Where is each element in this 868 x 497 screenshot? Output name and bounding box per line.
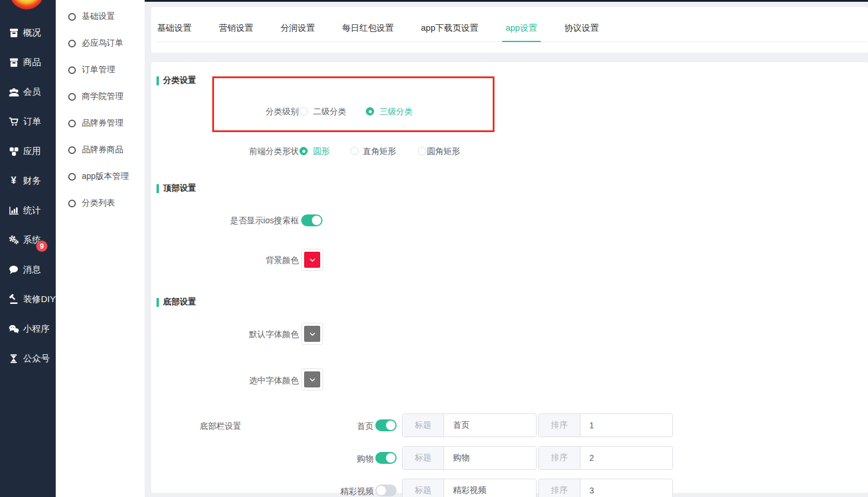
bottom-bar-row-toggle-video[interactable] bbox=[375, 485, 397, 496]
sidebar-item-label: 小程序 bbox=[23, 323, 50, 335]
ios-search-toggle[interactable] bbox=[301, 214, 323, 226]
selected-font-color-swatch bbox=[304, 371, 320, 387]
section-bar-icon bbox=[157, 298, 159, 307]
tab-agreement-settings[interactable]: 协议设置 bbox=[563, 23, 600, 41]
submenu-item-category-list[interactable]: 分类列表 bbox=[56, 195, 145, 211]
title-prepend-label: 标题 bbox=[403, 479, 444, 497]
submenu-item-brand-coupon-goods[interactable]: 品牌券商品 bbox=[56, 142, 145, 158]
submenu-item-brand-coupon-management[interactable]: 品牌券管理 bbox=[56, 115, 145, 132]
sidebar-item-label: 装修DIY bbox=[23, 294, 56, 305]
submenu-item-app-version[interactable]: app版本管理 bbox=[56, 168, 145, 185]
radio-shape-rounded-rect[interactable] bbox=[418, 147, 426, 155]
main-sidebar: 概况 商品 会员 订单 应用 ¥ 财务 统计 bbox=[0, 0, 56, 497]
sidebar-item-official-account[interactable]: 公众号 bbox=[0, 344, 56, 373]
sort-input[interactable]: 3 bbox=[580, 479, 672, 497]
circle-icon bbox=[68, 173, 76, 181]
title-input-group: 标题 精彩视频 bbox=[402, 479, 537, 497]
default-font-color-swatch bbox=[304, 326, 320, 342]
sort-input[interactable]: 2 bbox=[580, 447, 672, 469]
sidebar-item-apps[interactable]: 应用 bbox=[0, 136, 56, 166]
chevron-down-icon bbox=[309, 256, 316, 264]
radio-shape-rect-label[interactable]: 直角矩形 bbox=[363, 146, 396, 157]
radio-shape-circle-label[interactable]: 圆形 bbox=[313, 146, 330, 157]
submenu-item-order-management[interactable]: 订单管理 bbox=[56, 62, 145, 78]
tab-basic-settings[interactable]: 基础设置 bbox=[156, 23, 193, 41]
category-level-label: 分类级别 bbox=[204, 107, 299, 117]
bottom-bar-row-name: 首页 bbox=[279, 421, 374, 432]
sidebar-item-goods[interactable]: 商品 bbox=[0, 47, 56, 77]
radio-level-3-label[interactable]: 三级分类 bbox=[379, 107, 413, 117]
bottom-bar-row-name: 购物 bbox=[279, 454, 374, 464]
section-bar-icon bbox=[157, 184, 159, 193]
bottom-bar-row-toggle-shopping[interactable] bbox=[375, 452, 397, 464]
sort-input[interactable]: 1 bbox=[580, 414, 672, 437]
sidebar-item-label: 会员 bbox=[23, 86, 41, 98]
radio-level-2-label[interactable]: 二级分类 bbox=[313, 107, 346, 117]
finance-icon: ¥ bbox=[7, 175, 21, 187]
title-input[interactable]: 首页 bbox=[444, 414, 536, 437]
circle-icon bbox=[68, 40, 76, 47]
overview-icon bbox=[7, 27, 21, 39]
sidebar-item-miniprogram[interactable]: 小程序 bbox=[0, 314, 56, 344]
sort-prepend-label: 排序 bbox=[539, 447, 580, 469]
tab-app-download-page[interactable]: app下载页设置 bbox=[420, 23, 480, 41]
stats-icon bbox=[7, 204, 21, 216]
apps-icon bbox=[7, 145, 21, 157]
submenu-item-biyingniao-orders[interactable]: 必应鸟订单 bbox=[56, 35, 145, 52]
radio-shape-rounded-rect-label[interactable]: 圆角矩形 bbox=[427, 146, 460, 157]
radio-level-3[interactable] bbox=[366, 107, 374, 116]
sidebar-item-label: 订单 bbox=[23, 116, 41, 127]
radio-shape-circle[interactable] bbox=[299, 147, 308, 155]
sort-prepend-label: 排序 bbox=[539, 479, 580, 497]
tab-app-settings[interactable]: app设置 bbox=[505, 23, 538, 41]
default-font-color-label: 默认字体颜色 bbox=[204, 329, 299, 340]
category-shape-label: 前端分类形状 bbox=[204, 146, 299, 157]
section-bar-icon bbox=[157, 76, 159, 85]
submenu-item-basic-settings[interactable]: 基础设置 bbox=[56, 8, 145, 25]
top-divider bbox=[145, 0, 868, 2]
sort-input-group: 排序 1 bbox=[538, 413, 673, 437]
ios-search-label: 是否显示ios搜索框 bbox=[204, 216, 299, 226]
sidebar-item-label: 商品 bbox=[23, 57, 41, 68]
section-title-category: 分类设置 bbox=[157, 75, 196, 86]
members-icon bbox=[7, 86, 21, 98]
sidebar-item-diy[interactable]: 装修DIY bbox=[0, 284, 56, 314]
sort-input-group: 排序 2 bbox=[538, 446, 673, 470]
sort-input-group: 排序 3 bbox=[538, 479, 673, 497]
sidebar-item-label: 消息 bbox=[23, 264, 41, 275]
submenu-item-business-school[interactable]: 商学院管理 bbox=[56, 88, 145, 105]
title-input[interactable]: 精彩视频 bbox=[444, 479, 536, 497]
chevron-down-icon bbox=[309, 331, 316, 338]
title-input-group: 标题 首页 bbox=[402, 413, 537, 437]
sidebar-item-label: 公众号 bbox=[23, 353, 50, 364]
sidebar-item-system[interactable]: 系统 bbox=[0, 225, 56, 255]
goods-icon bbox=[7, 56, 21, 68]
tab-marketing-settings[interactable]: 营销设置 bbox=[218, 23, 254, 41]
tab-daily-redpacket[interactable]: 每日红包设置 bbox=[341, 23, 395, 41]
title-prepend-label: 标题 bbox=[403, 414, 444, 437]
sidebar-item-members[interactable]: 会员 bbox=[0, 77, 56, 107]
sidebar-item-label: 财务 bbox=[23, 175, 41, 187]
messages-badge: 9 bbox=[36, 241, 47, 252]
title-input-group: 标题 购物 bbox=[402, 446, 537, 470]
bottom-bar-row-toggle-home[interactable] bbox=[375, 419, 397, 431]
default-font-color-picker[interactable] bbox=[301, 323, 323, 345]
radio-level-2[interactable] bbox=[299, 107, 308, 116]
circle-icon bbox=[68, 200, 76, 207]
sidebar-item-finance[interactable]: ¥ 财务 bbox=[0, 166, 56, 195]
sidebar-item-overview[interactable]: 概况 bbox=[0, 18, 56, 47]
title-prepend-label: 标题 bbox=[403, 447, 444, 469]
sidebar-item-orders[interactable]: 订单 bbox=[0, 107, 56, 136]
sidebar-item-messages[interactable]: 9 消息 bbox=[0, 255, 56, 284]
tab-profit-settings[interactable]: 分润设置 bbox=[279, 23, 316, 41]
radio-shape-rect[interactable] bbox=[350, 147, 359, 155]
bg-color-picker[interactable] bbox=[301, 249, 323, 271]
circle-icon bbox=[68, 120, 76, 127]
title-input[interactable]: 购物 bbox=[444, 447, 536, 469]
chevron-down-icon bbox=[309, 376, 316, 383]
sidebar-item-stats[interactable]: 统计 bbox=[0, 195, 56, 225]
selected-font-color-picker[interactable] bbox=[301, 368, 323, 390]
sidebar-item-label: 统计 bbox=[23, 205, 41, 216]
official-account-icon bbox=[7, 352, 21, 364]
circle-icon bbox=[68, 146, 76, 154]
